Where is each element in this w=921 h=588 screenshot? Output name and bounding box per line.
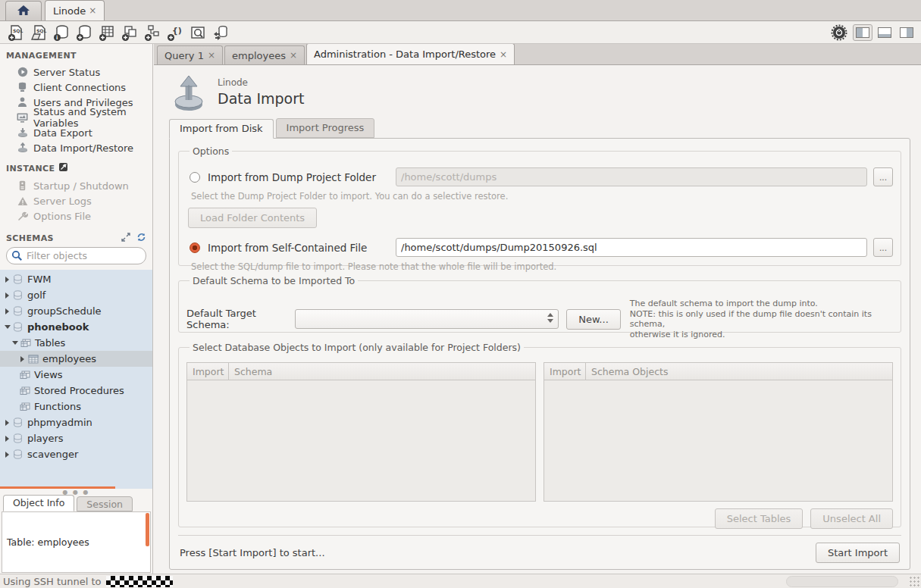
schema-icon xyxy=(11,274,24,284)
schema-objects-import-table[interactable]: Import Schema Objects xyxy=(544,362,893,502)
start-import-button[interactable]: Start Import xyxy=(816,543,900,563)
sidebar-item-label: Server Status xyxy=(33,67,100,78)
procedures-folder-icon xyxy=(18,386,31,396)
table-header: Import Schema Objects xyxy=(544,363,892,380)
tab-administration-data-import[interactable]: Administration - Data Import/Restore × xyxy=(306,44,515,64)
sidebar-item-label: Server Logs xyxy=(33,195,92,207)
tree-item-views[interactable]: Views xyxy=(0,367,152,383)
schemas-import-table[interactable]: Import Schema xyxy=(186,362,536,502)
sidebar-item-options-file[interactable]: Options File xyxy=(0,208,152,224)
close-icon[interactable]: × xyxy=(500,49,507,60)
data-export-icon xyxy=(17,127,28,138)
sidebar-item-status-system-variables[interactable]: Status and System Variables xyxy=(0,110,152,125)
dump-folder-path-input[interactable] xyxy=(396,167,867,186)
toggle-left-sidebar-icon[interactable] xyxy=(853,24,872,41)
client-connections-icon xyxy=(17,82,28,92)
splitter-handle[interactable]: ● ● ● xyxy=(0,489,152,495)
create-view-icon[interactable] xyxy=(118,23,141,42)
resize-grip-icon[interactable] xyxy=(909,576,919,586)
tree-item-functions[interactable]: Functions xyxy=(0,399,152,414)
tree-item-schema[interactable]: FWM xyxy=(0,271,152,287)
sidebar-item-label: Status and System Variables xyxy=(33,106,152,129)
table-icon xyxy=(27,355,39,364)
toggle-bottom-panel-icon[interactable] xyxy=(875,24,894,41)
sidebar-item-startup-shutdown[interactable]: Startup / Shutdown xyxy=(0,178,152,193)
tab-import-from-disk[interactable]: Import from Disk xyxy=(169,119,274,139)
chevron-right-icon[interactable] xyxy=(3,308,11,314)
search-data-icon[interactable] xyxy=(186,23,209,42)
tree-item-stored-procedures[interactable]: Stored Procedures xyxy=(0,383,152,399)
tab-import-progress[interactable]: Import Progress xyxy=(276,118,375,138)
create-schema-icon[interactable] xyxy=(73,23,96,42)
select-tables-button[interactable]: Select Tables xyxy=(715,508,804,529)
chevron-right-icon[interactable] xyxy=(3,452,11,458)
chevron-right-icon[interactable] xyxy=(3,277,11,283)
tree-item-schema[interactable]: groupSchedule xyxy=(0,303,152,319)
chevron-right-icon[interactable] xyxy=(18,356,27,362)
chevron-right-icon[interactable] xyxy=(3,436,11,442)
page-header: Linode Data Import xyxy=(172,74,921,118)
close-icon[interactable]: × xyxy=(89,5,96,16)
chevron-down-icon[interactable] xyxy=(11,341,19,345)
create-procedure-icon[interactable] xyxy=(141,23,164,42)
select-objects-legend: Select Database Objects to Import (only … xyxy=(190,342,524,353)
create-table-icon[interactable] xyxy=(96,23,118,42)
toggle-right-sidebar-icon[interactable] xyxy=(897,24,916,41)
sidebar-item-server-status[interactable]: Server Status xyxy=(0,64,152,80)
tree-item-schema-phonebook[interactable]: phonebook xyxy=(0,319,152,335)
spinner-arrows-icon[interactable] xyxy=(547,313,553,323)
tree-item-label: Stored Procedures xyxy=(34,385,124,396)
tree-item-schema[interactable]: golf xyxy=(0,287,152,303)
tree-item-schema[interactable]: players xyxy=(0,430,152,446)
default-target-schema-select[interactable] xyxy=(295,309,559,329)
chevron-right-icon[interactable] xyxy=(3,292,11,299)
unselect-all-button[interactable]: Unselect All xyxy=(810,508,893,529)
tab-employees[interactable]: employees × xyxy=(224,45,305,64)
open-sql-file-icon[interactable]: SQL xyxy=(27,23,50,42)
tree-item-schema[interactable]: scavenger xyxy=(0,446,152,462)
reconnect-database-icon[interactable] xyxy=(209,23,232,42)
new-sql-tab-icon[interactable]: SQL xyxy=(5,23,27,42)
connection-name: Linode xyxy=(218,77,304,88)
horizontal-scrollbar[interactable] xyxy=(0,486,115,489)
chevron-right-icon[interactable] xyxy=(3,420,11,426)
users-icon xyxy=(17,97,28,108)
chevron-down-icon[interactable] xyxy=(3,325,11,329)
schemas-section-title: SCHEMAS xyxy=(6,233,54,243)
svg-text:SQL: SQL xyxy=(13,28,23,33)
radio-label: Import from Self-Contained File xyxy=(208,242,396,254)
tree-item-table-employees[interactable]: employees xyxy=(0,351,152,367)
refresh-schemas-icon[interactable] xyxy=(136,233,146,244)
radio-dump-project-folder[interactable] xyxy=(190,172,200,183)
sidebar-item-server-logs[interactable]: Server Logs xyxy=(0,193,152,208)
sidebar-item-client-connections[interactable]: Client Connections xyxy=(0,80,152,95)
connection-tab-linode[interactable]: Linode × xyxy=(45,0,105,20)
sidebar-item-label: Client Connections xyxy=(33,82,126,93)
tab-session[interactable]: Session xyxy=(77,496,133,511)
close-icon[interactable]: × xyxy=(290,50,297,61)
tab-object-info[interactable]: Object Info xyxy=(3,495,74,511)
expand-panel-icon[interactable] xyxy=(121,233,130,244)
browse-file-button[interactable]: ... xyxy=(873,238,893,257)
home-tab[interactable] xyxy=(5,1,42,20)
new-schema-button[interactable]: New... xyxy=(566,309,621,330)
object-info-line: Columns: xyxy=(7,571,146,573)
self-contained-file-path-input[interactable] xyxy=(396,238,867,257)
redacted-host xyxy=(106,576,173,587)
tree-item-label: phpmyadmin xyxy=(27,417,92,428)
tree-item-schema[interactable]: phpmyadmin xyxy=(0,414,152,430)
load-folder-contents-button[interactable]: Load Folder Contents xyxy=(188,208,317,228)
close-icon[interactable]: × xyxy=(208,50,215,61)
radio-self-contained-file[interactable] xyxy=(190,242,200,253)
schema-inspector-icon[interactable]: i xyxy=(50,23,73,42)
tree-item-tables[interactable]: Tables xyxy=(0,335,152,351)
vertical-scrollbar[interactable] xyxy=(146,513,149,546)
sidebar-item-data-import-restore[interactable]: Data Import/Restore xyxy=(0,140,152,155)
tree-item-label: phonebook xyxy=(27,321,89,333)
tab-query-1[interactable]: Query 1 × xyxy=(157,45,223,64)
create-function-icon[interactable]: {) xyxy=(164,23,186,42)
server-status-icon xyxy=(17,67,28,77)
svg-text:SQL: SQL xyxy=(36,28,46,33)
filter-objects-input[interactable] xyxy=(6,247,146,264)
browse-folder-button[interactable]: ... xyxy=(873,167,893,186)
